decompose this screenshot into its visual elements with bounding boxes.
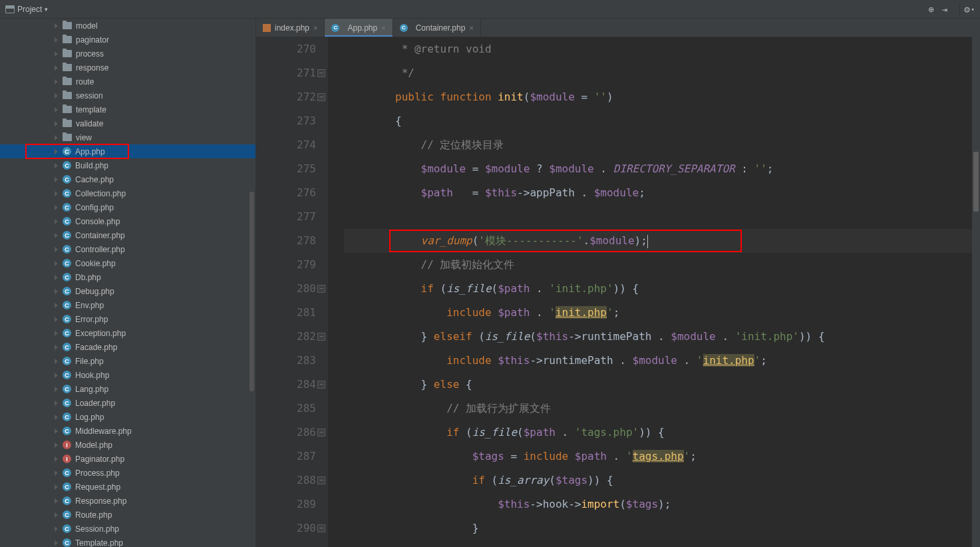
editor-tab[interactable]: App.php× bbox=[325, 19, 393, 37]
code-line[interactable]: $tags = include $path . 'tags.php'; bbox=[344, 445, 980, 468]
fold-marker-icon[interactable] bbox=[317, 429, 325, 437]
tree-arrow-icon[interactable] bbox=[52, 343, 60, 351]
tree-folder[interactable]: view bbox=[0, 130, 255, 144]
tree-arrow-icon[interactable] bbox=[52, 441, 60, 449]
gutter-line[interactable]: 282 bbox=[256, 325, 316, 349]
tree-folder[interactable]: template bbox=[0, 102, 255, 116]
tree-arrow-icon[interactable] bbox=[52, 469, 60, 477]
tree-file[interactable]: Request.php bbox=[0, 480, 255, 494]
code-content[interactable]: * @return void */ public function init($… bbox=[328, 37, 980, 547]
tree-file[interactable]: Facade.php bbox=[0, 340, 255, 354]
code-line[interactable]: $path = $this->appPath . $module; bbox=[344, 181, 980, 205]
tree-arrow-icon[interactable] bbox=[52, 176, 60, 184]
code-line[interactable]: // 加载初始化文件 bbox=[344, 253, 980, 277]
tree-file[interactable]: Model.php bbox=[0, 438, 255, 452]
tree-arrow-icon[interactable] bbox=[52, 497, 60, 505]
tree-arrow-icon[interactable] bbox=[52, 329, 60, 337]
tree-file[interactable]: Controller.php bbox=[0, 242, 255, 256]
tree-file[interactable]: Exception.php bbox=[0, 326, 255, 340]
tree-arrow-icon[interactable] bbox=[52, 427, 60, 435]
tree-arrow-icon[interactable] bbox=[52, 315, 60, 323]
tree-file[interactable]: Cookie.php bbox=[0, 256, 255, 270]
tree-arrow-icon[interactable] bbox=[52, 455, 60, 463]
tree-file[interactable]: Loader.php bbox=[0, 396, 255, 410]
tree-arrow-icon[interactable] bbox=[52, 232, 60, 240]
tree-file[interactable]: Container.php bbox=[0, 228, 255, 242]
gutter-line[interactable]: 272 bbox=[256, 85, 316, 109]
scrollbar-thumb[interactable] bbox=[973, 152, 979, 212]
tree-arrow-icon[interactable] bbox=[52, 22, 60, 30]
tree-arrow-icon[interactable] bbox=[52, 483, 60, 491]
code-line[interactable]: include $path . 'init.php'; bbox=[344, 301, 980, 325]
gutter-line[interactable]: 280 bbox=[256, 277, 316, 301]
tree-file[interactable]: Debug.php bbox=[0, 284, 255, 298]
editor-tab[interactable]: Container.php× bbox=[393, 19, 481, 37]
tree-arrow-icon[interactable] bbox=[52, 106, 60, 114]
code-line[interactable]: // 加载行为扩展文件 bbox=[344, 397, 980, 421]
gutter-line[interactable]: 270 bbox=[256, 37, 316, 61]
tree-arrow-icon[interactable] bbox=[52, 218, 60, 226]
editor-tab[interactable]: index.php× bbox=[256, 19, 325, 37]
gutter-line[interactable]: 271 bbox=[256, 61, 316, 85]
tree-arrow-icon[interactable] bbox=[52, 399, 60, 407]
tree-arrow-icon[interactable] bbox=[52, 134, 60, 142]
tree-file[interactable]: Error.php bbox=[0, 312, 255, 326]
tree-folder[interactable]: paginator bbox=[0, 33, 255, 47]
tree-arrow-icon[interactable] bbox=[52, 413, 60, 421]
tree-file[interactable]: Db.php bbox=[0, 270, 255, 284]
tree-arrow-icon[interactable] bbox=[52, 190, 60, 198]
code-line[interactable]: $module = $module ? $module . DIRECTORY_… bbox=[344, 157, 980, 181]
tree-file[interactable]: File.php bbox=[0, 354, 255, 368]
code-line[interactable]: * @return void bbox=[344, 37, 980, 61]
tree-folder[interactable]: session bbox=[0, 89, 255, 102]
gutter-line[interactable]: 283 bbox=[256, 349, 316, 373]
tree-arrow-icon[interactable] bbox=[52, 525, 60, 533]
code-line[interactable]: } else { bbox=[344, 373, 980, 397]
tree-arrow-icon[interactable] bbox=[52, 78, 60, 86]
code-line[interactable]: include $this->runtimePath . $module . '… bbox=[344, 349, 980, 373]
gutter-line[interactable]: 284 bbox=[256, 373, 316, 397]
tree-folder[interactable]: route bbox=[0, 75, 255, 89]
gutter-line[interactable]: 279 bbox=[256, 253, 316, 277]
tree-file[interactable]: Middleware.php bbox=[0, 424, 255, 438]
code-line[interactable] bbox=[344, 205, 980, 229]
tree-arrow-icon[interactable] bbox=[52, 120, 60, 128]
code-line[interactable]: if (is_file($path . 'tags.php')) { bbox=[344, 421, 980, 445]
tree-arrow-icon[interactable] bbox=[52, 287, 60, 295]
tree-file[interactable]: Paginator.php bbox=[0, 452, 255, 466]
tree-file[interactable]: Console.php bbox=[0, 214, 255, 228]
code-line[interactable]: */ bbox=[344, 61, 980, 85]
tree-file[interactable]: Env.php bbox=[0, 298, 255, 312]
tree-folder[interactable]: process bbox=[0, 47, 255, 61]
tree-arrow-icon[interactable] bbox=[52, 92, 60, 100]
gutter-line[interactable]: 281 bbox=[256, 301, 316, 325]
gutter-line[interactable]: 289 bbox=[256, 492, 316, 516]
gutter-line[interactable]: 276 bbox=[256, 181, 316, 205]
tree-arrow-icon[interactable] bbox=[52, 539, 60, 547]
gutter-line[interactable]: 287 bbox=[256, 445, 316, 468]
code-line[interactable]: } bbox=[344, 540, 980, 547]
tree-arrow-icon[interactable] bbox=[52, 274, 60, 281]
tree-file[interactable]: Build.php bbox=[0, 158, 255, 172]
code-line[interactable]: $this->hook->import($tags); bbox=[344, 492, 980, 516]
tree-arrow-icon[interactable] bbox=[52, 246, 60, 254]
tree-file[interactable]: Lang.php bbox=[0, 382, 255, 396]
gutter-line[interactable]: 288 bbox=[256, 468, 316, 492]
tree-arrow-icon[interactable] bbox=[52, 385, 60, 393]
gear-icon[interactable]: ⚙ bbox=[964, 4, 969, 15]
project-tree-panel[interactable]: modelpaginatorprocessresponseroutesessio… bbox=[0, 19, 256, 547]
code-editor[interactable]: 2702712722732742752762772782792802812822… bbox=[256, 37, 980, 547]
fold-marker-icon[interactable] bbox=[317, 285, 325, 293]
scrollbar[interactable] bbox=[972, 19, 980, 547]
tree-folder[interactable]: validate bbox=[0, 116, 255, 130]
project-dropdown[interactable]: Project ▾ bbox=[5, 5, 48, 14]
tree-arrow-icon[interactable] bbox=[52, 204, 60, 212]
tree-folder[interactable]: response bbox=[0, 61, 255, 75]
tree-file[interactable]: Process.php bbox=[0, 466, 255, 480]
tree-scrollbar-thumb[interactable] bbox=[249, 192, 254, 391]
code-line[interactable]: } bbox=[344, 516, 980, 540]
tree-file[interactable]: Log.php bbox=[0, 410, 255, 424]
tree-file[interactable]: Template.php bbox=[0, 536, 255, 547]
tree-arrow-icon[interactable] bbox=[52, 64, 60, 72]
code-line[interactable]: if (is_array($tags)) { bbox=[344, 468, 980, 492]
